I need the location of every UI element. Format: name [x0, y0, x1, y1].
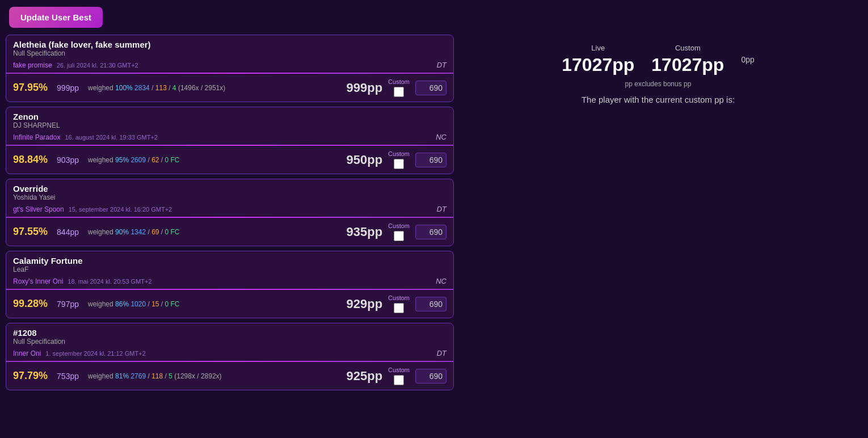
- score-card: Aletheia (fake lover, fake summer)Null S…: [6, 35, 454, 102]
- score-diff: Infinite Paradox: [13, 133, 60, 141]
- score-card: OverrideYoshida Yaseigt's Silver Spoon15…: [6, 179, 454, 246]
- accuracy-value: 97.55%: [13, 226, 48, 238]
- custom-checkbox[interactable]: [394, 375, 404, 385]
- score-meta: fake promise26. juli 2024 kl. 21:30 GMT+…: [6, 60, 453, 73]
- live-pp-value: 17027pp: [562, 54, 634, 75]
- custom-pp-input[interactable]: [415, 81, 446, 95]
- score-stats: 97.95%999ppweighed 100% 2834 / 113 / 4 (…: [6, 74, 453, 102]
- custom-pp-input[interactable]: [415, 153, 446, 167]
- score-mod: DT: [437, 61, 446, 69]
- custom-pp-input[interactable]: [415, 225, 446, 239]
- accuracy-value: 97.79%: [13, 370, 48, 382]
- top-bar: Update User Best: [0, 0, 868, 35]
- accuracy-value: 98.84%: [13, 154, 48, 166]
- score-title: Aletheia (fake lover, fake summer): [13, 40, 151, 49]
- update-user-best-button[interactable]: Update User Best: [9, 7, 103, 28]
- score-date: 18. mai 2024 kl. 20:53 GMT+2: [68, 278, 151, 285]
- custom-section: Custom: [388, 294, 410, 313]
- pp-calculated-value: 935pp: [347, 225, 383, 239]
- score-subtitle: Null Specification: [13, 49, 151, 57]
- right-panel: Live 17027pp Custom 17027pp 0pp pp exclu…: [454, 35, 862, 395]
- score-stats: 99.28%797ppweighed 86% 1020 / 15 / 0 FC9…: [6, 290, 453, 318]
- score-mod: NC: [436, 277, 446, 285]
- weighed-info: weighed 86% 1020 / 15 / 0 FC: [88, 300, 180, 308]
- player-info-text: The player with the current custom pp is…: [582, 95, 735, 104]
- custom-pp-value: 17027pp: [651, 54, 724, 75]
- score-date: 16. august 2024 kl. 19:33 GMT+2: [65, 134, 158, 141]
- score-meta: Inner Oni1. september 2024 kl. 21:12 GMT…: [6, 348, 453, 361]
- custom-section: Custom: [388, 367, 410, 385]
- custom-label: Custom: [388, 367, 410, 373]
- score-date: 15. september 2024 kl. 16:20 GMT+2: [69, 206, 172, 213]
- score-subtitle: Yoshida Yasei: [13, 193, 56, 201]
- bonus-pp-value: 0pp: [741, 55, 754, 64]
- weighed-info: weighed 81% 2769 / 118 / 5 (1298x / 2892…: [88, 372, 222, 380]
- pp-note: pp excludes bonus pp: [625, 80, 692, 88]
- main-layout: Aletheia (fake lover, fake summer)Null S…: [0, 35, 868, 395]
- score-diff: Inner Oni: [13, 349, 41, 357]
- score-card: #1208Null SpecificationInner Oni1. septe…: [6, 323, 454, 390]
- pp-raw-value: 797pp: [57, 300, 79, 309]
- pp-raw-value: 999pp: [57, 83, 79, 92]
- custom-pp-group: Custom 17027pp: [651, 44, 724, 75]
- custom-checkbox[interactable]: [394, 87, 404, 97]
- custom-label: Custom: [675, 44, 701, 52]
- score-card: Calamity FortuneLeaFRoxy's Inner Oni18. …: [6, 251, 454, 318]
- score-diff: Roxy's Inner Oni: [13, 277, 63, 285]
- custom-checkbox[interactable]: [394, 231, 404, 241]
- score-header: ZenonDJ SHARPNEL: [6, 107, 453, 132]
- accuracy-value: 97.95%: [13, 82, 48, 94]
- custom-section: Custom: [388, 78, 410, 97]
- score-date: 26. juli 2024 kl. 21:30 GMT+2: [57, 62, 138, 69]
- live-pp-group: Live 17027pp: [562, 44, 634, 75]
- score-diff: fake promise: [13, 61, 52, 69]
- score-meta: Roxy's Inner Oni18. mai 2024 kl. 20:53 G…: [6, 276, 453, 289]
- score-card: ZenonDJ SHARPNELInfinite Paradox16. augu…: [6, 107, 454, 174]
- pp-raw-value: 844pp: [57, 228, 79, 237]
- score-subtitle: DJ SHARPNEL: [13, 121, 60, 129]
- score-title: Override: [13, 184, 56, 193]
- custom-pp-input[interactable]: [415, 297, 446, 311]
- score-subtitle: Null Specification: [13, 338, 65, 346]
- custom-label: Custom: [388, 150, 410, 157]
- score-subtitle: LeaF: [13, 266, 83, 273]
- pp-calculated-value: 999pp: [347, 81, 383, 95]
- custom-label: Custom: [388, 78, 410, 85]
- pp-calculated-value: 950pp: [347, 153, 383, 167]
- weighed-info: weighed 90% 1342 / 69 / 0 FC: [88, 228, 180, 236]
- pp-display: 929ppCustom: [347, 294, 447, 313]
- custom-checkbox[interactable]: [394, 303, 404, 313]
- pp-calculated-value: 925pp: [347, 369, 383, 384]
- score-header: Aletheia (fake lover, fake summer)Null S…: [6, 35, 453, 60]
- score-mod: DT: [437, 349, 446, 357]
- score-title: Zenon: [13, 112, 60, 121]
- score-date: 1. september 2024 kl. 21:12 GMT+2: [45, 350, 145, 357]
- pp-calculated-value: 929pp: [347, 297, 383, 311]
- accuracy-value: 99.28%: [13, 298, 48, 310]
- score-stats: 97.79%753ppweighed 81% 2769 / 118 / 5 (1…: [6, 362, 453, 390]
- custom-label: Custom: [388, 222, 410, 229]
- custom-section: Custom: [388, 150, 410, 169]
- score-mod: DT: [437, 205, 446, 213]
- pp-display: 950ppCustom: [347, 150, 447, 169]
- score-title: #1208: [13, 328, 65, 338]
- score-header: OverrideYoshida Yasei: [6, 179, 453, 204]
- weighed-info: weighed 95% 2609 / 62 / 0 FC: [88, 156, 180, 164]
- score-mod: NC: [436, 133, 446, 141]
- score-title: Calamity Fortune: [13, 256, 83, 266]
- pp-raw-value: 753pp: [57, 372, 79, 381]
- score-header: Calamity FortuneLeaF: [6, 251, 453, 276]
- pp-summary: Live 17027pp Custom 17027pp 0pp: [562, 44, 755, 75]
- pp-display: 925ppCustom: [347, 367, 447, 385]
- score-stats: 97.55%844ppweighed 90% 1342 / 69 / 0 FC9…: [6, 218, 453, 246]
- custom-checkbox[interactable]: [394, 159, 404, 169]
- pp-raw-value: 903pp: [57, 155, 79, 165]
- custom-section: Custom: [388, 222, 410, 241]
- score-meta: Infinite Paradox16. august 2024 kl. 19:3…: [6, 132, 453, 145]
- score-meta: gt's Silver Spoon15. september 2024 kl. …: [6, 204, 453, 217]
- weighed-info: weighed 100% 2834 / 113 / 4 (1496x / 295…: [88, 84, 225, 92]
- scores-panel: Aletheia (fake lover, fake summer)Null S…: [6, 35, 454, 395]
- live-label: Live: [591, 44, 605, 52]
- score-diff: gt's Silver Spoon: [13, 205, 64, 213]
- custom-pp-input[interactable]: [415, 369, 446, 384]
